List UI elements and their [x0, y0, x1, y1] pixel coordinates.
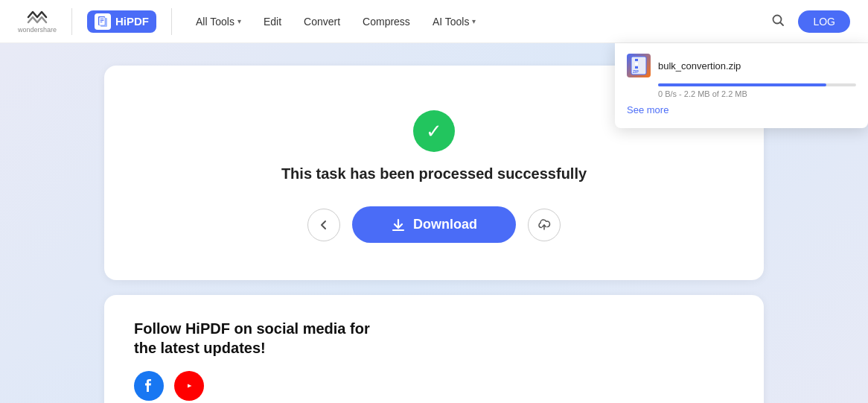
main-nav: All Tools ▾ Edit Convert Compress AI Too… [187, 9, 789, 34]
all-tools-chevron-icon: ▾ [237, 17, 241, 25]
upload-cloud-button[interactable] [528, 209, 561, 241]
logo-area: wondershare HiPDF [18, 8, 172, 35]
svg-point-6 [773, 15, 782, 23]
back-arrow-icon [318, 219, 330, 231]
hipdf-logo[interactable]: HiPDF [87, 10, 156, 33]
svg-rect-5 [100, 22, 103, 22]
main-content: ✓ This task has been processed successfu… [0, 43, 868, 403]
see-more-link[interactable]: See more [627, 104, 668, 115]
svg-text:ZIP: ZIP [633, 69, 639, 74]
hipdf-label: HiPDF [115, 15, 149, 28]
svg-rect-2 [99, 17, 105, 25]
nav-all-tools[interactable]: All Tools ▾ [187, 11, 250, 32]
ai-tools-chevron-icon: ▾ [472, 17, 476, 25]
hipdf-app-icon [95, 13, 111, 30]
search-icon [771, 13, 785, 27]
nav-compress[interactable]: Compress [354, 11, 419, 32]
popup-progress-area: 0 B/s - 2.2 MB of 2.2 MB [658, 83, 856, 98]
success-icon-circle: ✓ [413, 110, 455, 152]
search-button[interactable] [767, 9, 789, 34]
login-button[interactable]: LOG [798, 10, 850, 33]
facebook-icon-button[interactable] [134, 371, 164, 401]
social-title: Follow HiPDF on social media for the lat… [134, 319, 387, 358]
download-icon [391, 218, 406, 232]
svg-rect-3 [100, 19, 104, 19]
popup-file-item: ZIP bulk_convertion.zip [627, 54, 856, 77]
wondershare-logo: wondershare [18, 9, 57, 34]
youtube-icon-button[interactable] [174, 371, 204, 401]
wondershare-text-label: wondershare [18, 26, 57, 34]
progress-bar-bg [658, 83, 856, 86]
download-popup: ZIP bulk_convertion.zip 0 B/s - 2.2 MB o… [615, 43, 868, 128]
nav-edit[interactable]: Edit [255, 11, 290, 32]
progress-bar-fill [658, 83, 826, 86]
upload-cloud-icon [537, 218, 551, 232]
wondershare-icon [25, 9, 49, 25]
hipdf-icon-svg [97, 16, 109, 28]
social-icons-row [134, 371, 734, 401]
header: wondershare HiPDF All Tools ▾ Edit [0, 0, 868, 43]
nav-ai-tools[interactable]: AI Tools ▾ [424, 11, 485, 32]
checkmark-icon: ✓ [426, 121, 442, 141]
facebook-icon [141, 378, 156, 393]
success-message: This task has been processed successfull… [134, 165, 734, 183]
divider [71, 8, 72, 35]
svg-line-7 [781, 22, 784, 25]
svg-rect-4 [100, 20, 104, 21]
action-row: Download [134, 206, 734, 243]
nav-convert[interactable]: Convert [295, 11, 349, 32]
popup-file-icon: ZIP [627, 54, 651, 77]
back-button[interactable] [307, 209, 340, 241]
social-card: Follow HiPDF on social media for the lat… [104, 295, 764, 403]
popup-progress-text: 0 B/s - 2.2 MB of 2.2 MB [658, 89, 856, 98]
popup-file-name: bulk_convertion.zip [658, 60, 856, 72]
svg-rect-14 [635, 59, 638, 61]
youtube-icon [182, 378, 197, 393]
svg-rect-15 [635, 63, 638, 65]
zip-file-icon: ZIP [631, 56, 647, 75]
svg-rect-16 [635, 66, 638, 69]
download-button[interactable]: Download [352, 206, 516, 243]
